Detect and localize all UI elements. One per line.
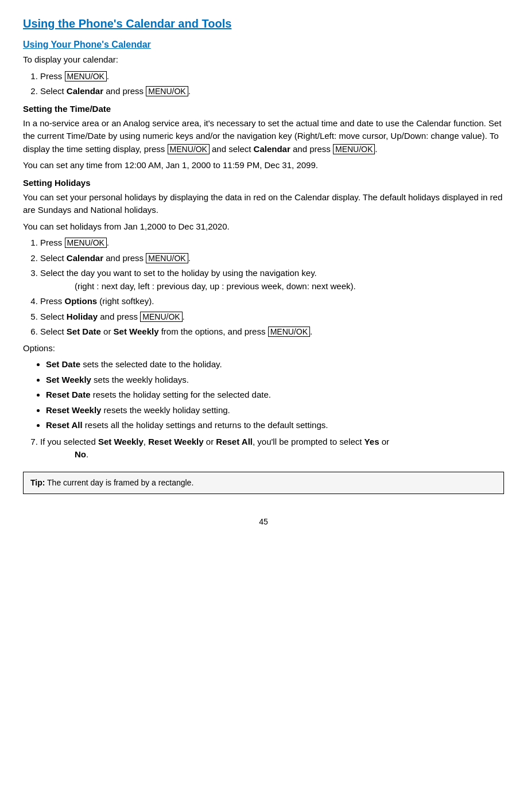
tip-label: Tip: — [30, 478, 45, 487]
section3-para2: You can set holidays from Jan 1,2000 to … — [23, 220, 504, 234]
set-date-bold-2: Set Date — [46, 359, 80, 369]
step-3-6: Select Set Date or Set Weekly from the o… — [40, 325, 504, 339]
step-3-2: Select Calendar and press MENU/OK. — [40, 252, 504, 265]
step7-list: If you selected Set Weekly, Reset Weekly… — [40, 436, 504, 461]
options-label: Options: — [23, 342, 504, 355]
yes-bold: Yes — [365, 437, 379, 446]
section1-intro: To display your calendar: — [23, 53, 504, 67]
section-using-calendar: Using Your Phone's Calendar To display y… — [23, 40, 504, 98]
reset-all-bold-2: Reset All — [216, 437, 253, 446]
section3-para1: You can set your personal holidays by di… — [23, 191, 504, 217]
section2-para1: In a no-service area or an Analog servic… — [23, 117, 504, 156]
calendar-bold-2: Calendar — [254, 144, 290, 154]
set-weekly-bold-3: Set Weekly — [98, 437, 144, 446]
section3-title: Setting Holidays — [23, 178, 504, 188]
section1-steps: Press MENU/OK. Select Calendar and press… — [40, 70, 504, 98]
bullet-set-date: Set Date sets the selected date to the h… — [46, 358, 504, 371]
step-1-2: Select Calendar and press MENU/OK. — [40, 85, 504, 98]
step-3-4: Press Options (right softkey). — [40, 295, 504, 308]
bullet-set-weekly: Set Weekly sets the weekly holidays. — [46, 374, 504, 387]
tip-text: The current day is framed by a rectangle… — [45, 478, 193, 487]
reset-weekly-bold: Reset Weekly — [46, 405, 101, 415]
section-time-date: Setting the Time/Date In a no-service ar… — [23, 104, 504, 172]
set-date-bold-1: Set Date — [67, 327, 101, 336]
calendar-bold-3: Calendar — [67, 253, 103, 263]
step-3-3: Select the day you want to set to the ho… — [40, 267, 504, 293]
step-3-1: Press MENU/OK. — [40, 236, 504, 250]
set-weekly-bold-1: Set Weekly — [114, 327, 159, 336]
menuok-kbd-4: MENU/OK — [333, 144, 375, 154]
section2-title: Setting the Time/Date — [23, 104, 504, 114]
menuok-kbd-8: MENU/OK — [268, 327, 310, 337]
no-bold: No — [75, 449, 86, 459]
step-3-5: Select Holiday and press MENU/OK. — [40, 310, 504, 324]
bullet-reset-weekly: Reset Weekly resets the weekly holiday s… — [46, 404, 504, 417]
menuok-kbd-7: MENU/OK — [140, 312, 182, 322]
step3-3-indent: (right : next day, left : previous day, … — [75, 281, 356, 291]
step7-no: No. — [75, 449, 88, 459]
menuok-kbd-3: MENU/OK — [168, 144, 210, 154]
section-holidays: Setting Holidays You can set your person… — [23, 178, 504, 461]
set-weekly-bold-2: Set Weekly — [46, 375, 91, 384]
menuok-kbd-1: MENU/OK — [65, 71, 107, 81]
menuok-kbd-2: MENU/OK — [146, 86, 188, 96]
step-3-7: If you selected Set Weekly, Reset Weekly… — [40, 436, 504, 461]
tip-box: Tip: The current day is framed by a rect… — [23, 472, 504, 494]
section1-title: Using Your Phone's Calendar — [23, 40, 504, 50]
page-number: 45 — [23, 517, 504, 526]
step-1-1: Press MENU/OK. — [40, 70, 504, 83]
menuok-kbd-6: MENU/OK — [146, 253, 188, 263]
section2-para2: You can set any time from 12:00 AM, Jan … — [23, 159, 504, 172]
holiday-bold: Holiday — [67, 312, 98, 321]
options-bullet-list: Set Date sets the selected date to the h… — [46, 358, 504, 432]
reset-date-bold: Reset Date — [46, 390, 91, 399]
reset-weekly-bold-2: Reset Weekly — [148, 437, 203, 446]
section3-steps: Press MENU/OK. Select Calendar and press… — [40, 236, 504, 339]
menuok-kbd-5: MENU/OK — [65, 238, 107, 248]
calendar-bold-1: Calendar — [67, 86, 103, 96]
bullet-reset-all: Reset All resets all the holiday setting… — [46, 419, 504, 432]
page-main-title: Using the Phone's Calendar and Tools — [23, 17, 504, 30]
bullet-reset-date: Reset Date resets the holiday setting fo… — [46, 388, 504, 402]
reset-all-bold: Reset All — [46, 420, 83, 430]
options-bold: Options — [65, 296, 98, 306]
